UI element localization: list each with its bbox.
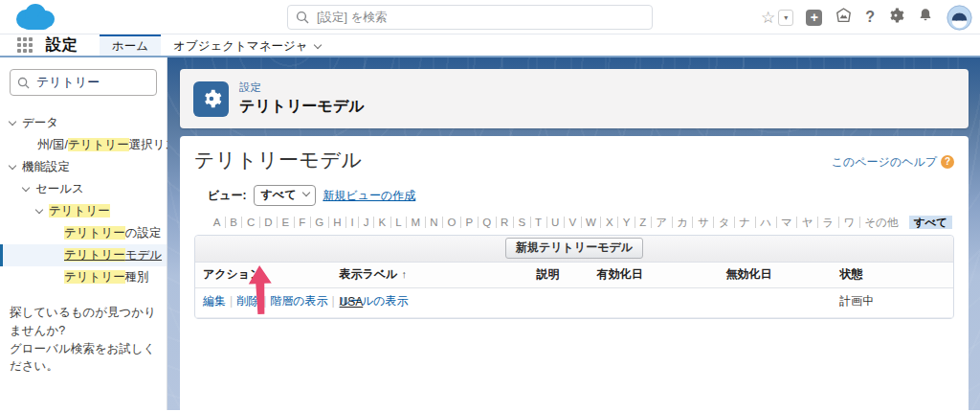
index-letter[interactable]: H — [328, 217, 345, 228]
nav-tab-1[interactable]: オブジェクトマネージャ — [161, 34, 332, 56]
index-letter[interactable]: R — [496, 217, 513, 228]
action-link[interactable]: 階層の表示 — [270, 294, 327, 308]
index-letter[interactable]: J — [358, 217, 373, 228]
index-letter[interactable]: O — [442, 217, 460, 228]
salesforce-setup-page: ☆ ▾ + ? — [0, 0, 980, 412]
content-card: テリトリーモデル このページのヘルプ ? ビュー: すべて 新規ビューの作成 A… — [180, 136, 969, 410]
chevron-down-icon — [313, 40, 321, 48]
favorites-control: ☆ ▾ — [761, 10, 793, 26]
list-button-bar: 新規テリトリーモデル — [195, 236, 953, 263]
user-avatar[interactable] — [947, 5, 972, 31]
index-letter[interactable]: B — [225, 217, 242, 228]
column-header[interactable]: 無効化日 — [718, 263, 832, 288]
index-letter[interactable]: カ — [672, 217, 693, 228]
view-controls: ビュー: すべて 新規ビューの作成 — [194, 185, 954, 206]
table-header-row: アクション表示ラベル↑説明有効化日無効化日状態 — [195, 263, 953, 288]
sidebar-item[interactable]: テリトリーモデル — [0, 244, 167, 266]
index-letter[interactable]: I — [345, 217, 358, 228]
sidebar-item-label: セールス — [35, 181, 84, 197]
sidebar-item[interactable]: テリトリー種別 — [0, 266, 167, 288]
index-letter[interactable]: E — [277, 217, 294, 228]
alphabet-index: ABCDEFGHIJKLMNOPQRSTUVWXYZアカサタナハマヤラワその他す… — [194, 216, 954, 230]
index-letter[interactable]: Q — [478, 217, 496, 228]
action-link[interactable]: 編集 — [203, 294, 226, 308]
index-letter[interactable]: G — [310, 217, 328, 228]
sidebar-item[interactable]: セールス — [0, 178, 167, 200]
index-letter[interactable]: ハ — [755, 217, 776, 228]
quick-find-input[interactable] — [10, 69, 157, 96]
app-launcher-icon[interactable] — [17, 37, 33, 53]
column-header[interactable]: アクション — [195, 263, 332, 288]
index-letter[interactable]: M — [406, 217, 425, 228]
index-letter[interactable]: D — [259, 217, 277, 228]
action-link[interactable]: 削除 — [236, 294, 259, 308]
header-utility-icons: ☆ ▾ + ? — [761, 0, 972, 34]
index-letter[interactable]: U — [546, 217, 564, 228]
setup-sidebar: データ州/国/テリトリー選択リスト機能設定セールステリトリーテリトリーの設定テリ… — [0, 57, 167, 410]
index-letter[interactable]: ナ — [734, 217, 755, 228]
sidebar-item[interactable]: データ — [0, 112, 167, 134]
search-icon — [296, 11, 309, 24]
favorites-caret-icon[interactable]: ▾ — [778, 10, 793, 26]
new-territory-model-button[interactable]: 新規テリトリーモデル — [505, 238, 643, 259]
index-letter[interactable]: W — [581, 217, 601, 228]
index-letter[interactable]: N — [425, 217, 442, 228]
sidebar-note-line1: 探しているものが見つかりませんか? — [10, 306, 156, 337]
index-letter[interactable]: Y — [617, 217, 635, 228]
index-letter[interactable]: マ — [776, 217, 797, 228]
sidebar-note-line2: グローバル検索をお試しください。 — [10, 342, 155, 374]
index-letter[interactable]: タ — [713, 217, 734, 228]
index-letter[interactable]: L — [390, 217, 406, 228]
salesforce-cloud-logo[interactable] — [13, 3, 58, 36]
sidebar-item[interactable]: 機能設定 — [0, 156, 167, 178]
trailhead-icon[interactable] — [835, 7, 853, 29]
index-letter[interactable]: サ — [692, 217, 713, 228]
column-header[interactable]: 説明 — [528, 263, 589, 288]
index-letter[interactable]: A — [209, 217, 225, 228]
index-letter[interactable]: X — [600, 217, 617, 228]
setup-navbar: 設定 ホームオブジェクトマネージャ — [0, 34, 980, 57]
page-header-title: テリトリーモデル — [239, 97, 365, 117]
territory-model-link[interactable]: USA — [340, 295, 364, 309]
main-region: 設定 テリトリーモデル テリトリーモデル このページのヘルプ ? ビュー: すべ… — [167, 57, 980, 410]
page-title: テリトリーモデル — [194, 147, 362, 173]
favorites-star-icon[interactable]: ☆ — [761, 10, 775, 26]
page-help-link-label: このページのヘルプ — [832, 154, 937, 171]
setup-gear-icon[interactable] — [887, 7, 904, 28]
actions-cell: 編集|削除|階層の表示|ルールの表示 — [195, 288, 332, 318]
notifications-bell-icon[interactable] — [917, 7, 934, 28]
index-all-selected[interactable]: すべて — [909, 216, 952, 229]
nav-tab-0[interactable]: ホーム — [100, 34, 161, 56]
index-letter[interactable]: K — [373, 217, 390, 228]
column-header[interactable]: 表示ラベル↑ — [332, 263, 529, 288]
index-letter[interactable]: Z — [635, 217, 651, 228]
column-header-label: 表示ラベル — [340, 267, 398, 281]
view-select[interactable]: すべて — [254, 185, 317, 206]
global-header: ☆ ▾ + ? — [0, 0, 980, 34]
sidebar-item[interactable]: 州/国/テリトリー選択リスト — [0, 134, 167, 156]
sidebar-note: 探しているものが見つかりませんか? グローバル検索をお試しください。 — [10, 304, 157, 376]
index-letter[interactable]: P — [460, 217, 478, 228]
help-icon[interactable]: ? — [865, 9, 875, 26]
index-letter[interactable]: S — [513, 217, 530, 228]
sidebar-item[interactable]: テリトリー — [0, 200, 167, 222]
create-new-view-link[interactable]: 新規ビューの作成 — [323, 188, 415, 204]
index-letter[interactable]: V — [564, 217, 581, 228]
index-letter[interactable]: ア — [651, 217, 672, 228]
index-letter[interactable]: F — [294, 217, 310, 228]
sidebar-item[interactable]: テリトリーの設定 — [0, 222, 167, 244]
column-header[interactable]: 有効化日 — [590, 263, 719, 288]
quick-create-icon[interactable]: + — [806, 10, 822, 26]
column-header-label: 無効化日 — [725, 267, 771, 281]
index-letter[interactable]: ワ — [838, 217, 859, 228]
page-help-link[interactable]: このページのヘルプ ? — [832, 150, 954, 173]
index-letter[interactable]: その他 — [859, 217, 902, 228]
global-search-input[interactable] — [287, 5, 653, 30]
index-letter[interactable]: C — [241, 217, 258, 228]
app-name: 設定 — [46, 35, 78, 56]
view-label: ビュー: — [208, 188, 247, 204]
index-letter[interactable]: ヤ — [796, 217, 817, 228]
index-letter[interactable]: ラ — [817, 217, 838, 228]
index-letter[interactable]: T — [530, 217, 546, 228]
column-header[interactable]: 状態 — [832, 263, 953, 288]
